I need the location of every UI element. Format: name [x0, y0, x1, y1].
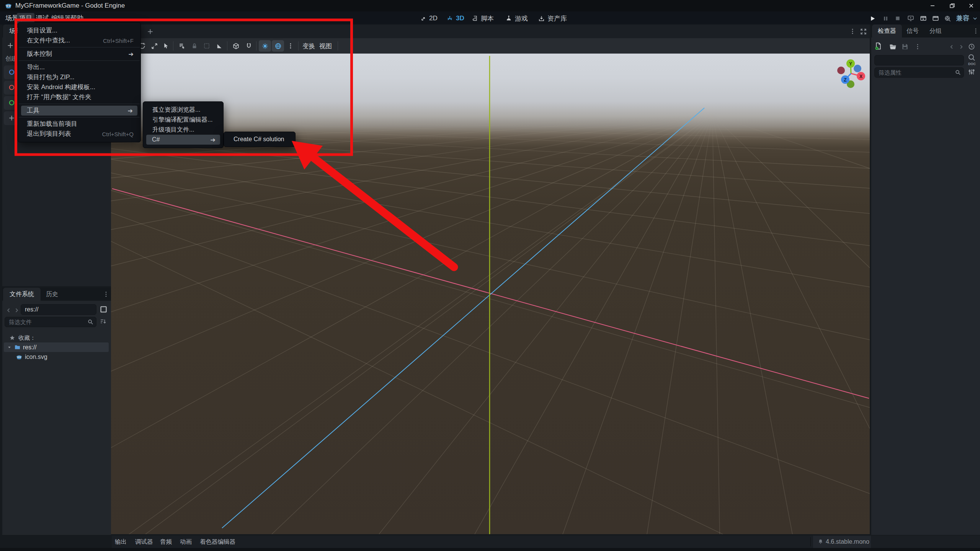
project-menu-popup: 项目设置... 在文件中查找...Ctrl+Shift+F 版本控制➔ 导出..… [18, 22, 141, 142]
chevron-down-icon[interactable] [972, 16, 978, 21]
tab-inspector[interactable]: 检查器 [872, 24, 902, 37]
menu-item-version-control[interactable]: 版本控制➔ [18, 49, 140, 59]
menu-item-pack-zip[interactable]: 项目打包为 ZIP... [18, 72, 140, 82]
select-tool-icon[interactable] [160, 38, 172, 54]
distraction-free-icon[interactable] [860, 28, 867, 35]
play-scene-button[interactable] [918, 13, 928, 24]
tree-row-file[interactable]: icon.svg [16, 352, 47, 362]
ui-scene-icon [8, 99, 16, 107]
play-remote-button[interactable] [906, 13, 916, 24]
version-chip[interactable]: 4.6.stable.mono [813, 536, 871, 548]
menu-item-upgrade-files[interactable]: 升级项目文件... [143, 125, 223, 135]
x-axis-line [112, 189, 869, 398]
menu-item-engine-compile[interactable]: 引擎编译配置编辑器... [143, 115, 223, 125]
menu-separator [19, 47, 140, 47]
history-back-icon[interactable] [949, 44, 955, 50]
menu-item-quit-to-list[interactable]: 退出到项目列表Ctrl+Shift+Q [18, 129, 140, 139]
tab-filesystem[interactable]: 文件系统 [3, 288, 41, 301]
tab-audio[interactable]: 音频 [160, 536, 172, 548]
menu-item-project-settings[interactable]: 项目设置... [18, 26, 140, 36]
gizmo-cube-icon[interactable] [230, 38, 242, 54]
tab-2d[interactable]: 2D [420, 13, 438, 24]
dock-menu-icon[interactable] [103, 291, 109, 298]
new-resource-icon[interactable] [874, 42, 882, 50]
assetlib-icon [538, 15, 545, 22]
window-title: MyGFrameworkGame - Godot Engine [15, 0, 125, 11]
close-button[interactable] [962, 0, 980, 11]
menu-item-tools[interactable]: 工具➔ [21, 106, 137, 116]
toggle-split-mode-icon[interactable] [100, 305, 108, 313]
tab-signals[interactable]: 信号 [904, 24, 921, 37]
menu-item-create-csharp-solution[interactable]: Create C# solution [224, 134, 295, 144]
tab-3d[interactable]: 3D [446, 13, 464, 24]
tab-assetlib[interactable]: 资产库 [538, 13, 567, 24]
minimize-button[interactable] [924, 0, 941, 11]
load-resource-icon[interactable] [889, 43, 897, 51]
menu-item-reload-project[interactable]: 重新加载当前项目 [18, 119, 140, 129]
inspector-dock: 检查器 信号 分组 DOC [871, 24, 980, 535]
menu-item-open-user-data[interactable]: 打开 “用户数据” 文件夹 [18, 92, 140, 102]
history-forward-icon[interactable] [958, 44, 964, 50]
menu-item-csharp[interactable]: C#➔ [146, 135, 220, 145]
nav-back-icon[interactable] [5, 307, 12, 314]
resource-menu-icon[interactable] [914, 43, 921, 50]
tree-row-root[interactable]: res:// [4, 342, 109, 352]
scene-tabs-menu-icon[interactable] [849, 28, 856, 35]
edit-history-icon[interactable] [968, 43, 975, 51]
group-icon[interactable] [201, 38, 212, 54]
movie-maker-button[interactable] [942, 13, 952, 24]
preview-menu-icon[interactable] [285, 38, 296, 54]
renderer-dropdown[interactable]: 兼容 [956, 13, 969, 24]
view-axis-gizmo[interactable]: Y X Z [834, 57, 868, 92]
scene-tab-bar [111, 24, 870, 38]
play-custom-scene-button[interactable] [931, 13, 941, 24]
filter-properties-input[interactable] [874, 67, 964, 78]
preview-sun-icon[interactable] [259, 38, 271, 54]
view-menu[interactable]: 视图 [319, 38, 332, 54]
menu-item-export[interactable]: 导出... [18, 62, 140, 72]
tab-script[interactable]: 脚本 [472, 13, 494, 24]
3d-viewport[interactable] [111, 54, 870, 534]
menu-item-find-in-files[interactable]: 在文件中查找...Ctrl+Shift+F [18, 36, 140, 46]
preview-environment-icon[interactable] [272, 38, 284, 54]
menu-item-install-android[interactable]: 安装 Android 构建模板... [18, 82, 140, 92]
nav-forward-icon[interactable] [13, 307, 20, 314]
caret-down-icon[interactable] [7, 345, 12, 350]
filter-files-input[interactable] [5, 317, 96, 327]
ruler-icon[interactable] [214, 38, 225, 54]
doc-search-icon[interactable]: DOC [967, 54, 977, 66]
list-select-icon[interactable] [176, 38, 188, 54]
filter-search-icon [955, 69, 961, 76]
pause-button[interactable] [880, 13, 890, 24]
tab-groups[interactable]: 分组 [927, 24, 944, 37]
sort-files-icon[interactable] [100, 318, 107, 325]
z-axis-line [222, 108, 704, 528]
save-resource-icon[interactable] [901, 43, 909, 51]
scale-tool-icon[interactable] [149, 38, 160, 54]
resource-name-field[interactable] [874, 55, 964, 65]
godot-logo-icon [5, 2, 12, 9]
tab-output[interactable]: 输出 [115, 536, 127, 548]
tab-shader-editor[interactable]: 着色器编辑器 [200, 536, 235, 548]
restore-button[interactable] [943, 0, 961, 11]
axis-neg-z-ball[interactable] [854, 65, 861, 72]
menu-item-orphan-explorer[interactable]: 孤立资源浏览器... [143, 105, 223, 115]
property-tools-icon[interactable] [968, 68, 975, 76]
axis-neg-x-ball[interactable] [837, 67, 845, 74]
add-node-icon[interactable] [6, 41, 15, 50]
snap-magnet-icon[interactable] [243, 38, 255, 54]
csharp-submenu-popup: Create C# solution [224, 132, 296, 147]
add-scene-tab-icon[interactable] [146, 28, 154, 36]
tab-debugger[interactable]: 调试器 [135, 536, 153, 548]
tab-animation[interactable]: 动画 [180, 536, 192, 548]
inspector-dock-menu-icon[interactable] [972, 28, 979, 34]
tab-history[interactable]: 历史 [42, 288, 62, 301]
tab-game[interactable]: 游戏 [505, 13, 528, 24]
2d-scene-icon [8, 68, 16, 76]
transform-menu[interactable]: 变换 [302, 38, 315, 54]
path-field[interactable] [21, 304, 96, 315]
lock-icon[interactable] [189, 38, 200, 54]
play-button[interactable] [867, 13, 877, 24]
stop-button[interactable] [893, 13, 903, 24]
2d-icon [420, 15, 426, 22]
